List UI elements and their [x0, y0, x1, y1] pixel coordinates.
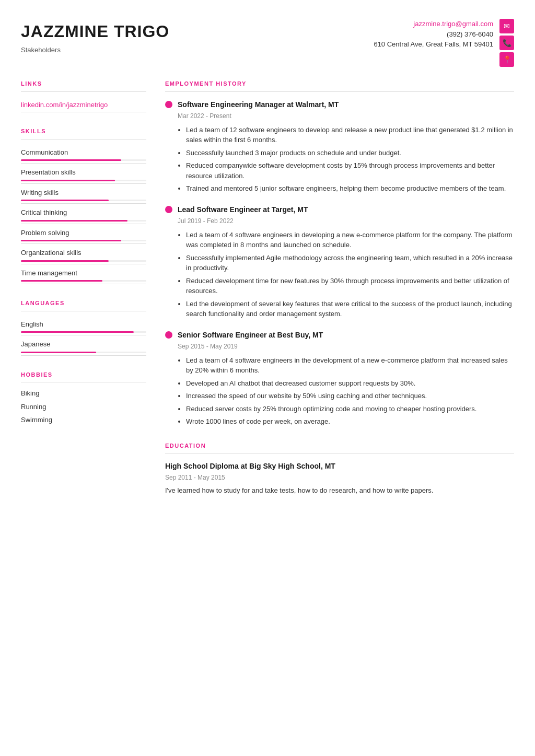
bullet-item: Wrote 1000 lines of code per week, on av…	[186, 416, 514, 427]
bullet-item: Led a team of 4 software engineers in th…	[186, 355, 514, 376]
skill-item: Writing skills	[21, 184, 146, 204]
skill-bar	[21, 220, 127, 222]
job-dates: Sep 2015 - May 2019	[178, 342, 514, 351]
employment-list: Software Engineering Manager at Walmart,…	[165, 99, 514, 427]
bullet-item: Led a team of 4 software engineers in de…	[186, 230, 514, 250]
job-title-row: Senior Software Engineer at Best Buy, MT	[165, 330, 514, 341]
job-title: Software Engineering Manager at Walmart,…	[178, 99, 339, 110]
skill-bar	[21, 180, 115, 181]
languages-list: English Japanese	[21, 316, 146, 356]
linkedin-link-item[interactable]: linkedin.com/in/jazzminetrigo	[21, 96, 146, 113]
phone: (392) 376-6040	[374, 29, 493, 40]
language-bar-container	[21, 352, 146, 353]
hobby-item: Swimming	[21, 413, 146, 427]
skill-item: Critical thinking	[21, 204, 146, 224]
skill-name: Critical thinking	[21, 208, 67, 216]
education-entry: High School Diploma at Big Sky High Scho…	[165, 461, 514, 496]
hobbies-section-title: HOBBIES	[21, 370, 146, 383]
job-dot	[165, 206, 172, 213]
job-dates: Mar 2022 - Present	[178, 111, 514, 121]
education-section-title: EDUCATION	[165, 441, 514, 454]
language-name: Japanese	[21, 340, 50, 348]
job-entry: Software Engineering Manager at Walmart,…	[165, 99, 514, 194]
left-column: LINKS linkedin.com/in/jazzminetrigo SKIL…	[21, 79, 146, 504]
bullet-item: Led a team of 12 software engineers to d…	[186, 125, 514, 145]
skill-bar	[21, 260, 109, 262]
header-contact: jazzmine.trigo@gmail.com (392) 376-6040 …	[374, 19, 493, 50]
skill-bar-container	[21, 260, 146, 262]
linkedin-link[interactable]: linkedin.com/in/jazzminetrigo	[21, 101, 108, 109]
job-dates: Jul 2019 - Feb 2022	[178, 216, 514, 226]
bullet-item: Reduced companywide software development…	[186, 160, 514, 181]
bullet-item: Reduced server costs by 25% through opti…	[186, 404, 514, 414]
skills-list: Communication Presentation skills Writin…	[21, 144, 146, 285]
language-item: Japanese	[21, 335, 146, 356]
email-link[interactable]: jazzmine.trigo@gmail.com	[413, 20, 493, 28]
bullet-item: Successfully launched 3 major products o…	[186, 148, 514, 158]
main-content: LINKS linkedin.com/in/jazzminetrigo SKIL…	[0, 79, 535, 525]
skill-name: Presentation skills	[21, 168, 76, 176]
skill-item: Problem solving	[21, 224, 146, 245]
language-bar	[21, 331, 134, 333]
education-list: High School Diploma at Big Sky High Scho…	[165, 461, 514, 496]
edu-description: I've learned how to study for and take t…	[165, 485, 514, 496]
job-title: Senior Software Engineer at Best Buy, MT	[178, 330, 323, 341]
job-dot	[165, 331, 172, 339]
right-column: EMPLOYMENT HISTORY Software Engineering …	[165, 79, 514, 504]
skill-bar-container	[21, 180, 146, 181]
header: JAZZMINE TRIGO Stakeholders jazzmine.tri…	[0, 0, 535, 79]
job-bullets: Led a team of 4 software engineers in de…	[178, 230, 514, 319]
languages-section-title: LANGUAGES	[21, 299, 146, 311]
hobby-item: Biking	[21, 387, 146, 400]
skill-bar-container	[21, 159, 146, 161]
address: 610 Central Ave, Great Falls, MT 59401	[374, 39, 493, 50]
edu-dates: Sep 2011 - May 2015	[165, 473, 514, 482]
skill-name: Organizational skills	[21, 249, 82, 257]
job-bullets: Led a team of 12 software engineers to d…	[178, 125, 514, 194]
edu-title: High School Diploma at Big Sky High Scho…	[165, 461, 514, 472]
skill-item: Communication	[21, 144, 146, 164]
language-name: English	[21, 320, 43, 328]
phone-icon: 📞	[499, 36, 514, 50]
skill-item: Organizational skills	[21, 244, 146, 264]
job-bullets: Led a team of 4 software engineers in th…	[178, 355, 514, 427]
header-right: jazzmine.trigo@gmail.com (392) 376-6040 …	[374, 19, 514, 67]
skill-name: Time management	[21, 269, 77, 277]
skill-bar	[21, 200, 109, 201]
links-section-title: LINKS	[21, 79, 146, 92]
language-bar	[21, 352, 96, 353]
skill-item: Presentation skills	[21, 164, 146, 184]
job-dot	[165, 101, 172, 108]
job-entry: Lead Software Engineer at Target, MT Jul…	[165, 204, 514, 319]
skill-bar	[21, 240, 121, 241]
email-icon: ✉	[499, 19, 514, 33]
skill-bar	[21, 280, 102, 282]
skill-name: Communication	[21, 148, 68, 156]
bullet-item: Increased the speed of our website by 50…	[186, 391, 514, 401]
bullet-item: Led the development of several key featu…	[186, 299, 514, 319]
skill-name: Problem solving	[21, 229, 69, 237]
bullet-item: Developed an AI chatbot that decreased c…	[186, 378, 514, 389]
employment-section-title: EMPLOYMENT HISTORY	[165, 79, 514, 92]
header-left: JAZZMINE TRIGO Stakeholders	[21, 19, 169, 55]
bullet-item: Trained and mentored 5 junior software e…	[186, 183, 514, 194]
skill-bar-container	[21, 220, 146, 222]
language-item: English	[21, 316, 146, 336]
job-title: Lead Software Engineer at Target, MT	[178, 204, 308, 215]
skill-bar	[21, 159, 121, 161]
skill-bar-container	[21, 200, 146, 201]
hobbies-list: BikingRunningSwimming	[21, 387, 146, 427]
header-subtitle: Stakeholders	[21, 45, 169, 55]
hobby-item: Running	[21, 400, 146, 414]
job-title-row: Software Engineering Manager at Walmart,…	[165, 99, 514, 110]
skill-bar-container	[21, 280, 146, 282]
full-name: JAZZMINE TRIGO	[21, 19, 169, 44]
skill-bar-container	[21, 240, 146, 241]
job-entry: Senior Software Engineer at Best Buy, MT…	[165, 330, 514, 427]
skill-name: Writing skills	[21, 189, 59, 196]
contact-icons: ✉ 📞 📍	[499, 19, 514, 67]
bullet-item: Successfully implemented Agile methodolo…	[186, 253, 514, 273]
job-title-row: Lead Software Engineer at Target, MT	[165, 204, 514, 215]
skills-section-title: SKILLS	[21, 127, 146, 139]
bullet-item: Reduced development time for new feature…	[186, 276, 514, 296]
